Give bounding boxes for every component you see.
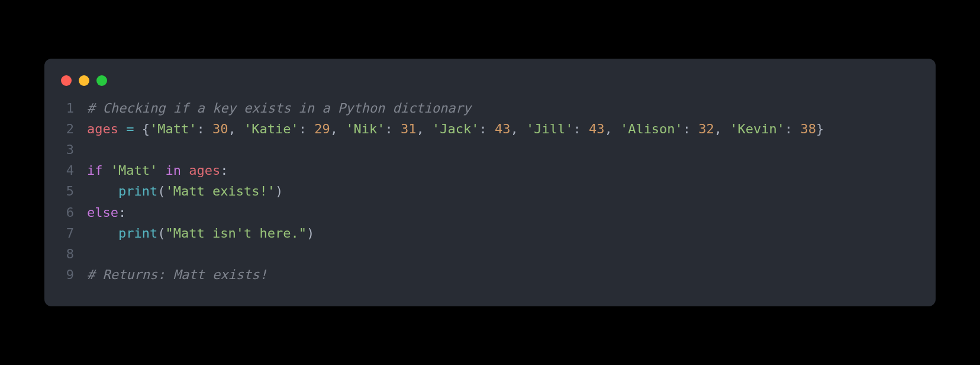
code-line: 9# Returns: Matt exists! (44, 264, 936, 285)
traffic-lights (44, 75, 936, 98)
code-token: 'Matt' (150, 121, 196, 136)
code-token: } (816, 121, 824, 136)
code-token: : (118, 205, 126, 220)
line-number: 6 (44, 202, 87, 223)
code-token: 'Matt' (111, 163, 157, 178)
code-token: : (299, 121, 315, 136)
line-number: 1 (44, 98, 87, 119)
line-content: else: (87, 202, 936, 223)
line-content: ages = {'Matt': 30, 'Katie': 29, 'Nik': … (87, 119, 936, 139)
code-token: , (228, 121, 244, 136)
code-token (87, 184, 118, 198)
code-token: : (573, 121, 589, 136)
code-token: 'Katie' (244, 121, 299, 136)
code-line: 3 (44, 139, 936, 160)
line-number: 8 (44, 244, 87, 264)
code-token: ) (275, 184, 283, 198)
code-token: = (126, 121, 134, 136)
line-number: 5 (44, 181, 87, 201)
code-token: 'Nik' (346, 121, 385, 136)
line-content (87, 139, 936, 160)
code-token: # Returns: Matt exists! (87, 267, 267, 282)
code-token: print (118, 226, 157, 241)
line-number: 9 (44, 264, 87, 285)
line-content: print("Matt isn't here.") (87, 223, 936, 244)
code-token: if (87, 163, 103, 178)
code-token: ages (87, 121, 118, 136)
line-content: # Returns: Matt exists! (87, 264, 936, 285)
code-token: ) (307, 226, 314, 241)
code-line: 2ages = {'Matt': 30, 'Katie': 29, 'Nik':… (44, 119, 936, 139)
code-token: # Checking if a key exists in a Python d… (87, 101, 471, 116)
code-window: 1# Checking if a key exists in a Python … (44, 59, 936, 307)
code-token: 30 (212, 121, 228, 136)
code-token: "Matt isn't here." (165, 226, 306, 241)
code-token: 43 (589, 121, 605, 136)
code-token: 38 (801, 121, 817, 136)
code-token: : (385, 121, 401, 136)
code-token: 43 (495, 121, 511, 136)
code-line: 5 print('Matt exists!') (44, 181, 936, 201)
code-token: : (196, 121, 212, 136)
code-token: : (220, 163, 228, 178)
code-token: print (118, 184, 157, 198)
code-token: { (134, 121, 150, 136)
code-token: , (330, 121, 346, 136)
line-content (87, 244, 936, 264)
code-token: else (87, 205, 118, 220)
line-number: 3 (44, 139, 87, 160)
code-token: in (165, 163, 181, 178)
code-token: 'Kevin' (730, 121, 785, 136)
code-token: 'Alison' (620, 121, 683, 136)
code-token: , (604, 121, 620, 136)
code-line: 1# Checking if a key exists in a Python … (44, 98, 936, 119)
code-token (181, 163, 189, 178)
code-token: ( (157, 226, 165, 241)
code-token: 29 (314, 121, 330, 136)
code-token: , (416, 121, 432, 136)
code-token: ages (189, 163, 220, 178)
code-token: ( (157, 184, 165, 198)
zoom-icon[interactable] (96, 75, 107, 86)
code-line: 6else: (44, 202, 936, 223)
code-token: , (714, 121, 730, 136)
code-block: 1# Checking if a key exists in a Python … (44, 98, 936, 286)
code-line: 8 (44, 244, 936, 264)
code-token: : (479, 121, 495, 136)
close-icon[interactable] (61, 75, 72, 86)
code-token: 'Jill' (526, 121, 573, 136)
code-token (157, 163, 165, 178)
code-token: , (510, 121, 526, 136)
code-line: 7 print("Matt isn't here.") (44, 223, 936, 244)
code-token: 31 (401, 121, 417, 136)
line-number: 4 (44, 160, 87, 181)
code-line: 4if 'Matt' in ages: (44, 160, 936, 181)
line-number: 2 (44, 119, 87, 139)
code-token: 'Matt exists!' (165, 184, 275, 198)
code-token: : (785, 121, 801, 136)
line-content: print('Matt exists!') (87, 181, 936, 201)
code-token: 32 (698, 121, 714, 136)
code-token (118, 121, 126, 136)
minimize-icon[interactable] (79, 75, 89, 86)
line-content: if 'Matt' in ages: (87, 160, 936, 181)
code-token (103, 163, 111, 178)
line-content: # Checking if a key exists in a Python d… (87, 98, 936, 119)
code-token (87, 226, 118, 241)
code-token: : (683, 121, 699, 136)
code-token: 'Jack' (432, 121, 479, 136)
line-number: 7 (44, 223, 87, 244)
